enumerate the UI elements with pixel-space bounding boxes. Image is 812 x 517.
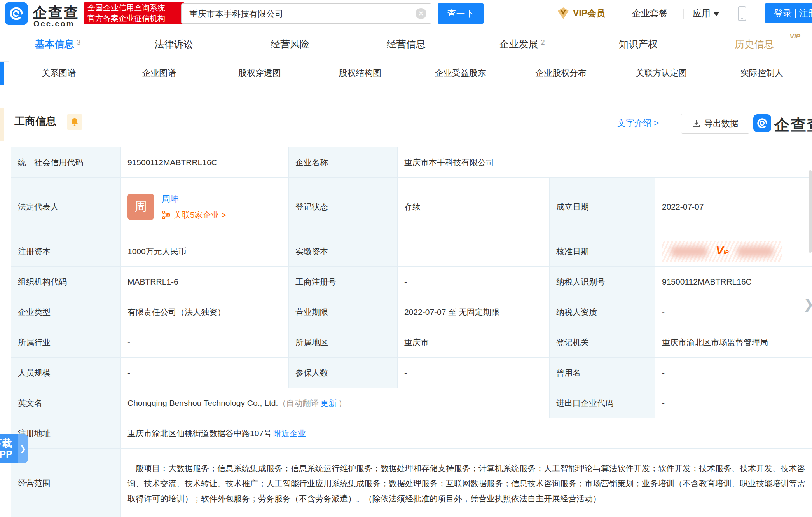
legal-rep-related-link[interactable]: 企关联5家企业 > [162,210,226,220]
main-tabs: 基本信息3法律诉讼经营风险经营信息企业发展2知识产权历史信息VIP [0,26,812,62]
registration-authority-value: 重庆市渝北区市场监督管理局 [655,327,812,357]
enterprise-package-link[interactable]: 企业套餐 [632,0,668,26]
field-label: 参保人数 [289,358,398,388]
field-label: 法定代表人 [11,178,121,236]
vip-member-label: VIP会员 [573,7,605,19]
field-label: 登记机关 [550,327,655,357]
vip-diamond-icon [557,7,570,20]
field-label: 曾用名 [550,358,655,388]
export-data-button[interactable]: 导出数据 [681,114,749,134]
legal-rep-name-link[interactable]: 周坤 [162,193,226,205]
establish-date-value: 2022-07-07 [655,178,812,236]
download-app-button[interactable]: 下载 APP ❯ [0,434,28,463]
field-label: 企业类型 [11,297,121,327]
business-scope-value: 一般项目：大数据服务；信息系统集成服务；信息系统运行维护服务；数据处理和存储支持… [127,453,805,514]
related-companies-icon: 企 [162,210,171,220]
field-label: 营业期限 [289,297,398,327]
left-tool-rail [0,108,4,141]
qcc-logo-icon[interactable] [5,2,28,25]
field-value-rich: 重庆市渝北区仙桃街道数据谷中路107号附近企业 [121,418,812,448]
org-code-value: MABTRRL1-6 [121,267,289,297]
login-register-button[interactable]: 登录 | 注册 [765,3,812,23]
company-name-value: 重庆市本手科技有限公司 [398,147,812,177]
tab-label: 知识产权 [619,38,658,51]
export-data-label: 导出数据 [704,118,739,129]
subnav-item-5[interactable]: 企业受益股东 [410,61,511,85]
update-translation-link[interactable]: 更新 [320,398,337,409]
industry-value: - [121,327,289,357]
vip-logo: VIP [716,245,728,258]
company-type-value: 有限责任公司（法人独资） [121,297,289,327]
table-scroll-right-icon[interactable]: ❯ [803,296,812,312]
former-name-value: - [655,358,812,388]
table-row: 所属行业-所属地区重庆市登记机关重庆市渝北区市场监督管理局 [11,327,812,358]
subnav-item-2[interactable]: 企业图谱 [109,61,209,85]
apps-dropdown[interactable]: 应用 [693,0,719,26]
field-label: 工商注册号 [289,267,398,297]
table-row: 经营范围一般项目：大数据服务；信息系统集成服务；信息系统运行维护服务；数据处理和… [11,449,812,517]
nearby-companies-link[interactable]: 附近企业 [273,428,306,439]
credit-code-value: 91500112MABTRRL16C [121,147,289,177]
enterprise-package-label: 企业套餐 [632,7,668,19]
mobile-app-icon[interactable] [738,6,746,21]
field-label: 企业名称 [289,147,398,177]
field-label: 人员规模 [11,358,121,388]
paidin-capital-value: - [398,236,550,266]
vip-masked-value[interactable]: VIP [662,241,782,262]
business-info-table: 统一社会信用代码91500112MABTRRL16C企业名称重庆市本手科技有限公… [11,147,812,517]
vip-member-link[interactable]: VIP会员 [557,0,605,26]
legal-rep-cell: 周周坤企关联5家企业 > [121,178,289,236]
table-row: 注册地址重庆市渝北区仙桃街道数据谷中路107号附近企业 [11,418,812,449]
field-label: 所属地区 [289,327,398,357]
table-row: 统一社会信用代码91500112MABTRRL16C企业名称重庆市本手科技有限公… [11,147,812,178]
legal-rep-avatar[interactable]: 周 [127,194,154,220]
taxpayer-qualification-value: - [655,297,812,327]
header-divider [625,9,625,19]
search-button[interactable]: 查一下 [438,3,484,24]
top-header: 企查查 Qcc.com 全国企业信用查询系统 官方备案企业征信机构 ✕ 查一下 … [0,0,812,27]
insured-count-value: - [398,358,550,388]
badge-line-1: 全国企业信用查询系统 [87,3,181,13]
tab-label: 经营信息 [387,38,426,51]
text-intro-link[interactable]: 文字介绍 > [617,117,659,129]
clear-search-icon[interactable]: ✕ [416,8,426,19]
subnav-item-1[interactable]: 关系图谱 [9,61,109,85]
blur-blob [671,246,708,257]
subnav-item-3[interactable]: 股权穿透图 [210,61,310,85]
vertical-scrollbar-thumb[interactable] [809,170,812,253]
tab-count-badge: 3 [77,38,80,47]
field-label: 组织机构代码 [11,267,121,297]
app-expand-chevron-icon[interactable]: ❯ [18,434,28,463]
tab-1[interactable]: 基本信息3 [0,26,116,61]
tab-5[interactable]: 企业发展2 [464,26,580,61]
official-credit-badge: 全国企业信用查询系统 官方备案企业征信机构 [84,2,184,24]
auto-translate-note: （自动翻译 [278,398,319,409]
qcc-logo-glyph [8,5,25,22]
taxpayer-id-value: 91500112MABTRRL16C [655,267,812,297]
business-term-value: 2022-07-07 至 无固定期限 [398,297,550,327]
monitor-bell-button[interactable] [67,114,82,130]
subnav-item-6[interactable]: 企业股权分布 [511,61,611,85]
tab-4[interactable]: 经营信息 [348,26,464,61]
subnav-item-8[interactable]: 实际控制人 [712,61,812,85]
field-label: 实缴资本 [289,236,398,266]
tab-2[interactable]: 法律诉讼 [116,26,232,61]
region-value: 重庆市 [398,327,550,357]
table-row: 组织机构代码MABTRRL1-6工商注册号-纳税人识别号91500112MABT… [11,267,812,297]
search-box: ✕ [181,3,431,24]
tab-6[interactable]: 知识产权 [580,26,697,61]
table-row: 注册资本1000万元人民币实缴资本-核准日期VIP [11,236,812,267]
approval-date-cell: VIP [655,236,812,266]
download-app-label: 下载 APP [0,438,18,459]
table-row: 人员规模-参保人数-曾用名- [11,358,812,388]
tab-count-badge: 2 [541,38,545,47]
subnav-item-7[interactable]: 关联方认定图 [611,61,711,85]
tab-7[interactable]: 历史信息VIP [696,26,812,61]
field-label: 核准日期 [550,236,655,266]
staff-size-value: - [121,358,289,388]
search-input[interactable] [189,5,408,23]
tab-3[interactable]: 经营风险 [232,26,348,61]
table-row: 法定代表人周周坤企关联5家企业 >登记状态存续成立日期2022-07-07 [11,178,812,236]
subnav-item-4[interactable]: 股权结构图 [310,61,410,85]
field-label: 登记状态 [289,178,398,236]
